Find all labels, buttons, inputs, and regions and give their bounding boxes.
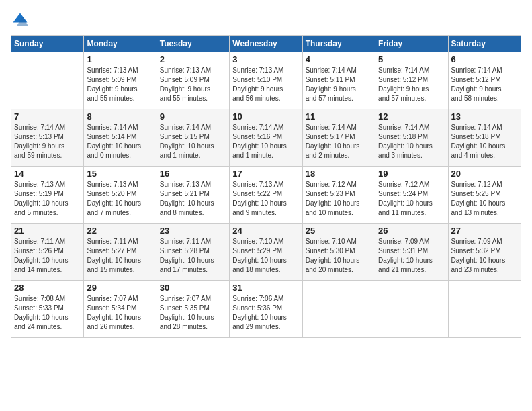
col-header-monday: Monday [84, 36, 157, 52]
day-info: Sunrise: 7:13 AM Sunset: 5:22 PM Dayligh… [232, 180, 299, 218]
day-info: Sunrise: 7:12 AM Sunset: 5:23 PM Dayligh… [306, 180, 372, 218]
day-info: Sunrise: 7:11 AM Sunset: 5:26 PM Dayligh… [14, 237, 81, 275]
calendar-cell: 24Sunrise: 7:10 AM Sunset: 5:29 PM Dayli… [230, 224, 302, 281]
week-row-4: 21Sunrise: 7:11 AM Sunset: 5:26 PM Dayli… [11, 224, 521, 281]
day-number: 31 [232, 283, 299, 293]
day-number: 15 [87, 169, 153, 179]
calendar-cell: 2Sunrise: 7:13 AM Sunset: 5:09 PM Daylig… [157, 52, 229, 109]
day-info: Sunrise: 7:14 AM Sunset: 5:15 PM Dayligh… [160, 123, 226, 161]
calendar-cell: 12Sunrise: 7:14 AM Sunset: 5:18 PM Dayli… [375, 109, 448, 167]
day-number: 11 [306, 111, 372, 122]
calendar-cell [375, 281, 448, 338]
col-header-tuesday: Tuesday [157, 36, 229, 52]
calendar-cell: 3Sunrise: 7:13 AM Sunset: 5:10 PM Daylig… [230, 52, 302, 109]
day-number: 18 [306, 169, 372, 179]
day-info: Sunrise: 7:13 AM Sunset: 5:10 PM Dayligh… [232, 66, 299, 103]
day-number: 23 [160, 226, 226, 236]
day-number: 5 [378, 54, 445, 64]
logo [11, 11, 31, 30]
day-info: Sunrise: 7:14 AM Sunset: 5:11 PM Dayligh… [306, 66, 372, 103]
calendar-cell: 23Sunrise: 7:11 AM Sunset: 5:28 PM Dayli… [157, 224, 229, 281]
day-info: Sunrise: 7:09 AM Sunset: 5:31 PM Dayligh… [378, 237, 445, 275]
day-number: 14 [14, 169, 81, 179]
day-info: Sunrise: 7:10 AM Sunset: 5:30 PM Dayligh… [306, 237, 372, 275]
day-number: 12 [378, 111, 445, 122]
day-info: Sunrise: 7:11 AM Sunset: 5:27 PM Dayligh… [87, 237, 153, 275]
day-info: Sunrise: 7:14 AM Sunset: 5:18 PM Dayligh… [378, 123, 445, 161]
day-number: 9 [160, 111, 226, 122]
calendar-cell: 5Sunrise: 7:14 AM Sunset: 5:12 PM Daylig… [375, 52, 448, 109]
calendar-cell: 28Sunrise: 7:08 AM Sunset: 5:33 PM Dayli… [11, 281, 84, 338]
calendar-cell: 31Sunrise: 7:06 AM Sunset: 5:36 PM Dayli… [230, 281, 302, 338]
calendar-cell: 29Sunrise: 7:07 AM Sunset: 5:34 PM Dayli… [84, 281, 157, 338]
calendar-cell: 4Sunrise: 7:14 AM Sunset: 5:11 PM Daylig… [302, 52, 375, 109]
day-number: 30 [160, 283, 226, 293]
day-number: 24 [232, 226, 299, 236]
calendar-cell: 11Sunrise: 7:14 AM Sunset: 5:17 PM Dayli… [302, 109, 375, 167]
calendar-cell: 1Sunrise: 7:13 AM Sunset: 5:09 PM Daylig… [84, 52, 157, 109]
week-row-3: 14Sunrise: 7:13 AM Sunset: 5:19 PM Dayli… [11, 167, 521, 224]
logo-icon [11, 11, 30, 30]
day-info: Sunrise: 7:07 AM Sunset: 5:34 PM Dayligh… [87, 294, 153, 332]
day-number: 29 [87, 283, 153, 293]
day-number: 19 [378, 169, 445, 179]
day-number: 28 [14, 283, 81, 293]
calendar-cell: 22Sunrise: 7:11 AM Sunset: 5:27 PM Dayli… [84, 224, 157, 281]
day-info: Sunrise: 7:12 AM Sunset: 5:25 PM Dayligh… [451, 180, 518, 218]
day-number: 10 [232, 111, 299, 122]
col-header-saturday: Saturday [448, 36, 521, 52]
day-info: Sunrise: 7:13 AM Sunset: 5:21 PM Dayligh… [160, 180, 226, 218]
calendar-cell: 18Sunrise: 7:12 AM Sunset: 5:23 PM Dayli… [302, 167, 375, 224]
day-info: Sunrise: 7:09 AM Sunset: 5:32 PM Dayligh… [451, 237, 518, 275]
calendar-cell [11, 52, 84, 109]
header-row: SundayMondayTuesdayWednesdayThursdayFrid… [11, 36, 521, 52]
day-info: Sunrise: 7:14 AM Sunset: 5:12 PM Dayligh… [378, 66, 445, 103]
day-number: 20 [451, 169, 518, 179]
day-number: 6 [451, 54, 518, 64]
header [11, 11, 521, 30]
day-number: 2 [160, 54, 226, 64]
calendar-cell: 9Sunrise: 7:14 AM Sunset: 5:15 PM Daylig… [157, 109, 229, 167]
col-header-thursday: Thursday [302, 36, 375, 52]
day-info: Sunrise: 7:10 AM Sunset: 5:29 PM Dayligh… [232, 237, 299, 275]
page-container: SundayMondayTuesdayWednesdayThursdayFrid… [0, 0, 532, 343]
week-row-5: 28Sunrise: 7:08 AM Sunset: 5:33 PM Dayli… [11, 281, 521, 338]
day-number: 13 [451, 111, 518, 122]
calendar-cell: 17Sunrise: 7:13 AM Sunset: 5:22 PM Dayli… [230, 167, 302, 224]
calendar-cell: 19Sunrise: 7:12 AM Sunset: 5:24 PM Dayli… [375, 167, 448, 224]
week-row-1: 1Sunrise: 7:13 AM Sunset: 5:09 PM Daylig… [11, 52, 521, 109]
day-info: Sunrise: 7:14 AM Sunset: 5:14 PM Dayligh… [87, 123, 153, 161]
day-number: 27 [451, 226, 518, 236]
day-number: 25 [306, 226, 372, 236]
day-info: Sunrise: 7:06 AM Sunset: 5:36 PM Dayligh… [232, 294, 299, 332]
calendar-cell: 20Sunrise: 7:12 AM Sunset: 5:25 PM Dayli… [448, 167, 521, 224]
calendar-cell: 21Sunrise: 7:11 AM Sunset: 5:26 PM Dayli… [11, 224, 84, 281]
day-number: 26 [378, 226, 445, 236]
calendar-cell: 25Sunrise: 7:10 AM Sunset: 5:30 PM Dayli… [302, 224, 375, 281]
day-number: 21 [14, 226, 81, 236]
day-number: 7 [14, 111, 81, 122]
day-number: 8 [87, 111, 153, 122]
day-info: Sunrise: 7:14 AM Sunset: 5:13 PM Dayligh… [14, 123, 81, 161]
calendar-cell: 16Sunrise: 7:13 AM Sunset: 5:21 PM Dayli… [157, 167, 229, 224]
day-number: 1 [87, 54, 153, 64]
col-header-sunday: Sunday [11, 36, 84, 52]
col-header-wednesday: Wednesday [230, 36, 302, 52]
calendar-cell: 8Sunrise: 7:14 AM Sunset: 5:14 PM Daylig… [84, 109, 157, 167]
calendar-cell: 14Sunrise: 7:13 AM Sunset: 5:19 PM Dayli… [11, 167, 84, 224]
calendar-cell: 30Sunrise: 7:07 AM Sunset: 5:35 PM Dayli… [157, 281, 229, 338]
calendar-cell: 13Sunrise: 7:14 AM Sunset: 5:18 PM Dayli… [448, 109, 521, 167]
day-number: 4 [306, 54, 372, 64]
day-info: Sunrise: 7:14 AM Sunset: 5:18 PM Dayligh… [451, 123, 518, 161]
day-number: 16 [160, 169, 226, 179]
calendar-cell: 10Sunrise: 7:14 AM Sunset: 5:16 PM Dayli… [230, 109, 302, 167]
calendar-cell: 15Sunrise: 7:13 AM Sunset: 5:20 PM Dayli… [84, 167, 157, 224]
day-info: Sunrise: 7:08 AM Sunset: 5:33 PM Dayligh… [14, 294, 81, 332]
day-info: Sunrise: 7:13 AM Sunset: 5:20 PM Dayligh… [87, 180, 153, 218]
day-info: Sunrise: 7:14 AM Sunset: 5:17 PM Dayligh… [306, 123, 372, 161]
day-info: Sunrise: 7:13 AM Sunset: 5:09 PM Dayligh… [160, 66, 226, 103]
day-info: Sunrise: 7:13 AM Sunset: 5:19 PM Dayligh… [14, 180, 81, 218]
day-info: Sunrise: 7:12 AM Sunset: 5:24 PM Dayligh… [378, 180, 445, 218]
calendar-cell: 6Sunrise: 7:14 AM Sunset: 5:12 PM Daylig… [448, 52, 521, 109]
week-row-2: 7Sunrise: 7:14 AM Sunset: 5:13 PM Daylig… [11, 109, 521, 167]
